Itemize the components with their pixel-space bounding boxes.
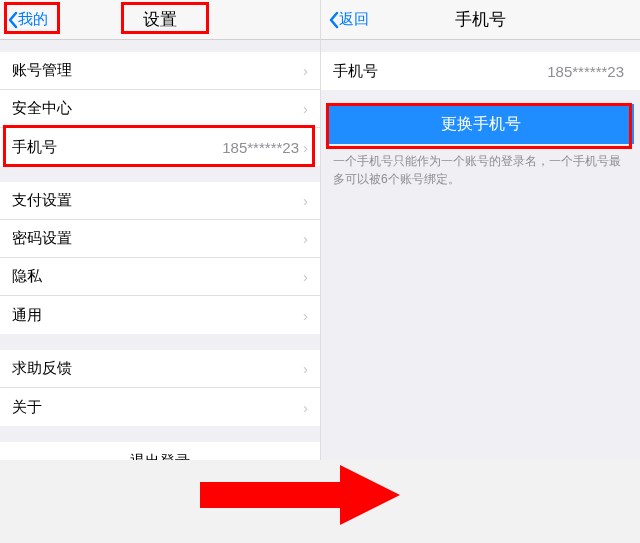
row-label: 手机号 [12,138,222,157]
row-label: 手机号 [333,62,547,81]
chevron-right-icon: › [303,230,308,247]
row-label: 支付设置 [12,191,303,210]
back-label: 我的 [18,10,48,29]
settings-screen: 我的 设置 账号管理 › 安全中心 › 手机号 185******23 › [0,0,320,460]
row-value: 185******23 [547,63,624,80]
chevron-right-icon: › [303,62,308,79]
navbar-left: 我的 设置 [0,0,320,40]
chevron-right-icon: › [303,100,308,117]
hint-text: 一个手机号只能作为一个账号的登录名，一个手机号最多可以被6个账号绑定。 [321,144,640,188]
row-payment[interactable]: 支付设置 › [0,182,320,220]
back-button[interactable]: 我的 [6,5,52,35]
svg-marker-1 [340,465,400,525]
page-title: 设置 [143,8,177,31]
row-general[interactable]: 通用 › [0,296,320,334]
row-security[interactable]: 安全中心 › [0,90,320,128]
row-account[interactable]: 账号管理 › [0,52,320,90]
phone-content: 手机号 185******23 更换手机号 一个手机号只能作为一个账号的登录名，… [321,40,640,460]
back-label: 返回 [339,10,369,29]
row-value: 185******23 [222,139,299,156]
row-label: 密码设置 [12,229,303,248]
button-label: 更换手机号 [441,114,521,135]
phone-screen: 返回 手机号 手机号 185******23 更换手机号 一个手机号只能作为一个… [320,0,640,460]
logout-button[interactable]: 退出登录 [0,442,320,460]
row-password[interactable]: 密码设置 › [0,220,320,258]
row-about[interactable]: 关于 › [0,388,320,426]
row-label: 求助反馈 [12,359,303,378]
row-phone-detail[interactable]: 手机号 185******23 [321,52,640,90]
back-button[interactable]: 返回 [327,5,373,35]
row-label: 关于 [12,398,303,417]
navbar-right: 返回 手机号 [321,0,640,40]
arrow-icon [200,465,400,525]
row-privacy[interactable]: 隐私 › [0,258,320,296]
row-phone[interactable]: 手机号 185******23 › [0,128,320,166]
logout-label: 退出登录 [130,452,190,461]
row-help[interactable]: 求助反馈 › [0,350,320,388]
page-title: 手机号 [455,8,506,31]
row-label: 账号管理 [12,61,303,80]
row-label: 安全中心 [12,99,303,118]
change-phone-button[interactable]: 更换手机号 [327,104,634,144]
row-label: 通用 [12,306,303,325]
chevron-right-icon: › [303,192,308,209]
chevron-right-icon: › [303,307,308,324]
chevron-right-icon: › [303,268,308,285]
chevron-right-icon: › [303,399,308,416]
settings-content: 账号管理 › 安全中心 › 手机号 185******23 › 支付设置 › [0,40,320,460]
row-label: 隐私 [12,267,303,286]
chevron-right-icon: › [303,360,308,377]
svg-rect-0 [200,482,340,508]
chevron-right-icon: › [303,139,308,156]
